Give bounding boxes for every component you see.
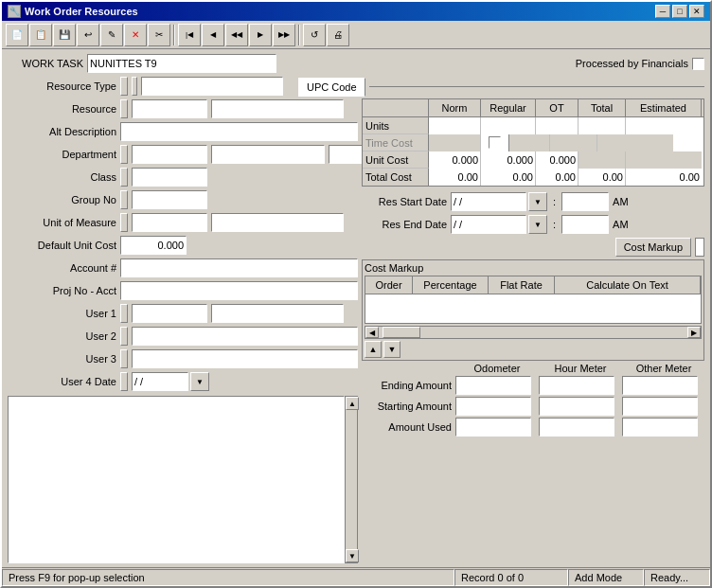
user2-handle[interactable] [120, 327, 128, 346]
user1-input2[interactable] [211, 304, 344, 323]
next2-button[interactable]: ▶▶ [273, 24, 295, 46]
processed-checkbox[interactable] [692, 58, 704, 70]
unit-cost-ot-input[interactable] [536, 151, 578, 169]
resource-type-handle[interactable] [120, 77, 128, 96]
upc-code-tab[interactable]: UPC Code [298, 78, 365, 97]
uom-input2[interactable] [211, 213, 344, 232]
units-total-input[interactable] [578, 117, 626, 134]
print-button[interactable]: 🖨 [327, 24, 349, 46]
textarea-scrollbar[interactable]: ▲ ▼ [345, 396, 358, 563]
user1-handle[interactable] [120, 304, 128, 323]
user3-input[interactable] [132, 349, 358, 368]
dept-handle[interactable] [120, 145, 128, 164]
scroll-left-btn[interactable]: ◀ [365, 327, 379, 338]
dept-input1[interactable] [132, 145, 207, 164]
col-order-header: Order [365, 276, 413, 294]
user4-date-input[interactable] [132, 372, 188, 391]
res-start-time-input[interactable] [561, 192, 609, 211]
close-button[interactable]: ✕ [689, 5, 704, 18]
total-cost-total-input[interactable] [578, 169, 626, 186]
units-ot-input[interactable] [536, 117, 578, 134]
scroll-down-btn[interactable]: ▼ [346, 549, 359, 562]
arrow-down-btn[interactable]: ▼ [383, 341, 400, 358]
uom-input1[interactable] [132, 213, 207, 232]
resource-type-handle2[interactable] [132, 77, 137, 96]
dept-input2[interactable] [211, 145, 325, 164]
work-task-input[interactable] [87, 54, 276, 73]
unit-cost-regular-input[interactable] [481, 151, 536, 169]
class-input[interactable] [132, 168, 207, 187]
uom-handle[interactable] [120, 213, 128, 232]
user4-date-dropdown[interactable]: ▼ [190, 372, 209, 391]
units-regular-input[interactable] [481, 117, 536, 134]
notes-textarea[interactable] [8, 396, 345, 563]
user3-handle[interactable] [120, 349, 128, 368]
res-end-date-dropdown[interactable]: ▼ [528, 215, 547, 234]
prev2-button[interactable]: ◀◀ [225, 24, 248, 46]
left-panel: Resource Alt Description Department [8, 98, 358, 563]
total-cost-ot-input[interactable] [536, 169, 578, 186]
copy-button[interactable]: 📋 [29, 24, 52, 46]
new-button[interactable]: 📄 [6, 24, 28, 46]
resource-type-input[interactable] [141, 77, 283, 96]
scroll-thumb[interactable] [383, 327, 420, 338]
minimize-button[interactable]: ─ [655, 5, 670, 18]
class-handle[interactable] [120, 168, 128, 187]
alt-desc-row: Alt Description [8, 121, 358, 142]
delete-button[interactable]: ✕ [124, 24, 147, 46]
res-end-time-input[interactable] [561, 215, 609, 234]
time-cost-checkbox[interactable] [489, 136, 501, 149]
total-cost-regular-input[interactable] [481, 169, 536, 186]
scroll-up-btn[interactable]: ▲ [346, 397, 359, 410]
starting-other-input[interactable] [622, 397, 698, 416]
user2-input[interactable] [132, 327, 358, 346]
total-cost-norm-input[interactable] [429, 169, 481, 186]
markup-scrollbar[interactable]: ◀ ▶ [365, 326, 702, 339]
cut-button[interactable]: ✂ [148, 24, 170, 46]
undo-button[interactable]: ↩ [77, 24, 99, 46]
res-end-row: Res End Date ▼ : AM [362, 214, 704, 235]
units-estimated-input[interactable] [626, 117, 702, 134]
units-norm-input[interactable] [429, 117, 481, 134]
resource-handle[interactable] [120, 99, 128, 118]
default-unit-cost-input[interactable] [120, 236, 187, 255]
resource-input2[interactable] [211, 99, 344, 118]
used-other-input[interactable] [622, 418, 698, 437]
save-button[interactable]: 💾 [53, 24, 76, 46]
next-button[interactable]: ▶ [249, 24, 272, 46]
department-label: Department [8, 149, 116, 160]
account-input[interactable] [120, 258, 358, 277]
class-row: Class [8, 167, 358, 187]
res-start-date-dropdown[interactable]: ▼ [528, 192, 547, 211]
refresh-button[interactable]: ↺ [303, 24, 326, 46]
res-end-date-input[interactable] [451, 215, 526, 234]
status-record: Record 0 of 0 [454, 569, 568, 586]
proj-no-input[interactable] [120, 281, 358, 300]
right-panel: Norm Regular OT Total Estimated Units [362, 98, 704, 563]
ending-other-input[interactable] [622, 376, 698, 395]
starting-hour-input[interactable] [539, 397, 614, 416]
alt-desc-input[interactable] [120, 122, 358, 141]
edit-button[interactable]: ✎ [100, 24, 123, 46]
arrow-up-btn[interactable]: ▲ [365, 341, 382, 358]
ending-odometer-input[interactable] [455, 376, 531, 395]
used-odometer-input[interactable] [455, 418, 531, 437]
resource-input1[interactable] [132, 99, 207, 118]
ending-hour-input[interactable] [539, 376, 614, 395]
scroll-right-btn[interactable]: ▶ [687, 327, 701, 338]
res-start-date-input[interactable] [451, 192, 526, 211]
user4-handle[interactable] [120, 372, 128, 391]
unit-cost-norm-input[interactable] [429, 151, 481, 169]
starting-odometer-input[interactable] [455, 397, 531, 416]
prev-button[interactable]: ◀ [202, 24, 224, 46]
used-hour-input[interactable] [539, 418, 614, 437]
res-start-date-field: ▼ [451, 192, 547, 211]
user1-input1[interactable] [132, 304, 207, 323]
group-no-input[interactable] [132, 190, 207, 209]
proj-no-row: Proj No - Acct [8, 280, 358, 301]
first-button[interactable]: |◀ [178, 24, 201, 46]
total-cost-estimated-input[interactable] [626, 169, 702, 186]
maximize-button[interactable]: □ [672, 5, 687, 18]
cost-markup-button[interactable]: Cost Markup [615, 238, 691, 257]
group-no-handle[interactable] [120, 190, 128, 209]
